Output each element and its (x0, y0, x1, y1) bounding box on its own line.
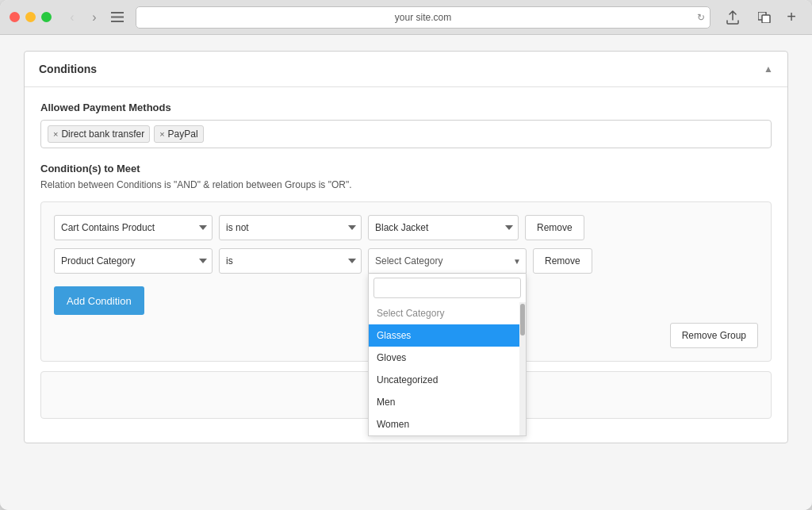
remove-row-1-button[interactable]: Remove (525, 215, 584, 240)
sidebar-toggle-button[interactable] (105, 7, 129, 28)
category-search-input[interactable] (373, 278, 521, 298)
dropdown-item-glasses[interactable]: Glasses (369, 324, 526, 347)
category-dropdown-menu: Select Category Glasses Gloves Uncategor… (368, 274, 527, 436)
category-dropdown-container: Select Category ▼ Select Category Glasse… (368, 248, 527, 274)
url-text: your site.com (395, 12, 451, 23)
svg-rect-1 (111, 17, 124, 18)
condition-row-1: Cart Contains Product Product Category C… (54, 215, 758, 240)
remove-row-2-button[interactable]: Remove (533, 248, 592, 274)
condition-value-select-1[interactable]: Black Jacket (368, 215, 519, 240)
remove-group-button[interactable]: Remove Group (670, 323, 758, 348)
panel-title: Conditions (39, 63, 97, 75)
condition-group-1: Cart Contains Product Product Category C… (40, 201, 772, 362)
condition-row-2: Cart Contains Product Product Category C… (54, 248, 758, 274)
tag-direct-bank-transfer: × Direct bank transfer (48, 125, 150, 143)
close-button[interactable] (10, 12, 20, 22)
conditions-panel: Conditions ▲ Allowed Payment Methods × D… (24, 51, 788, 443)
collapse-icon[interactable]: ▲ (764, 63, 773, 75)
svg-rect-4 (762, 15, 770, 23)
maximize-button[interactable] (41, 12, 52, 22)
new-tab-button[interactable]: + (780, 6, 802, 29)
chevron-down-icon: ▼ (513, 257, 521, 266)
condition-operator-select-1[interactable]: is is not contains does not contain (219, 215, 362, 240)
browser-window: ‹ › your site.com ↻ + Conditions ▲ (0, 0, 812, 510)
tag-label: Direct bank transfer (61, 128, 144, 140)
share-button[interactable] (720, 7, 745, 28)
condition-type-select-1[interactable]: Cart Contains Product Product Category C… (54, 215, 213, 240)
category-dropdown-list: Select Category Glasses Gloves Uncategor… (369, 302, 526, 435)
add-condition-button[interactable]: Add Condition (54, 286, 144, 315)
dropdown-item-uncategorized[interactable]: Uncategorized (369, 369, 526, 391)
conditions-section-title: Condition(s) to Meet (40, 163, 772, 174)
toolbar-right (720, 7, 777, 28)
panel-body: Allowed Payment Methods × Direct bank tr… (25, 87, 787, 443)
payment-methods-input[interactable]: × Direct bank transfer × PayPal (40, 120, 772, 148)
svg-rect-0 (111, 12, 124, 13)
relation-text: Relation between Conditions is "AND" & r… (40, 179, 772, 190)
dropdown-scrollbar[interactable] (519, 302, 526, 435)
reload-icon[interactable]: ↻ (697, 12, 705, 23)
remove-tag-paypal[interactable]: × (159, 130, 164, 139)
new-window-button[interactable] (752, 7, 777, 28)
remove-tag-direct[interactable]: × (53, 130, 58, 139)
titlebar: ‹ › your site.com ↻ + (0, 0, 812, 35)
traffic-lights (10, 12, 52, 22)
tag-label: PayPal (168, 128, 198, 140)
condition-operator-select-2[interactable]: is is not contains does not contain (219, 248, 362, 274)
svg-rect-2 (111, 21, 124, 22)
dropdown-trigger-text: Select Category (375, 255, 442, 267)
dropdown-item-placeholder[interactable]: Select Category (369, 302, 526, 324)
dropdown-item-women[interactable]: Women (369, 413, 526, 435)
forward-button[interactable]: › (83, 7, 105, 28)
address-bar[interactable]: your site.com ↻ (136, 6, 710, 29)
scrollbar-thumb (520, 304, 525, 336)
dropdown-item-men[interactable]: Men (369, 391, 526, 413)
page-content: Conditions ▲ Allowed Payment Methods × D… (0, 35, 812, 510)
tag-paypal: × PayPal (154, 125, 203, 143)
condition-type-select-2[interactable]: Cart Contains Product Product Category C… (54, 248, 213, 274)
panel-header: Conditions ▲ (25, 52, 787, 87)
category-dropdown-trigger[interactable]: Select Category ▼ (368, 248, 527, 274)
payment-methods-label: Allowed Payment Methods (40, 102, 772, 113)
back-button[interactable]: ‹ (61, 7, 83, 28)
minimize-button[interactable] (25, 12, 36, 22)
dropdown-item-gloves[interactable]: Gloves (369, 347, 526, 369)
